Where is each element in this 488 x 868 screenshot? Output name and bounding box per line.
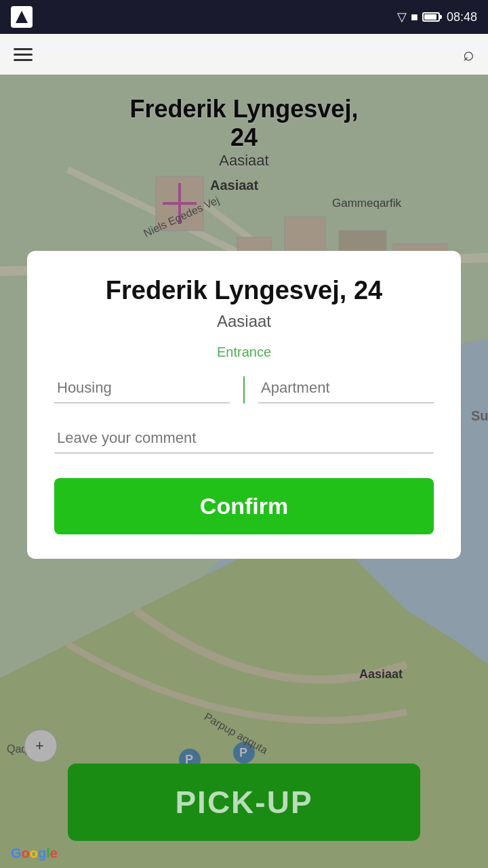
status-icons: ▽ ■ (397, 9, 440, 24)
app-logo (11, 6, 33, 28)
google-logo: G o o g l e (11, 846, 58, 861)
svg-marker-0 (16, 11, 28, 23)
signal-icon: ■ (411, 10, 418, 24)
status-bar: ▽ ■ 08:48 (0, 0, 488, 34)
dialog-section-label: Entrance (54, 344, 434, 360)
google-g: G (11, 846, 22, 861)
search-button[interactable]: ⌕ (463, 43, 474, 65)
status-bar-right: ▽ ■ 08:48 (397, 9, 477, 24)
apartment-field-group (258, 374, 434, 403)
dialog-subtitle: Aasiaat (54, 312, 434, 331)
apartment-input[interactable] (258, 374, 434, 403)
battery-icon (422, 12, 440, 22)
field-separator (243, 376, 245, 403)
menu-button[interactable] (14, 48, 33, 61)
location-dialog: Frederik Lyngesvej, 24 Aasiaat Entrance … (27, 251, 461, 559)
dialog-title: Frederik Lyngesvej, 24 (54, 275, 434, 307)
time-display: 08:48 (447, 10, 477, 24)
pickup-button[interactable]: PICK-UP (68, 764, 420, 841)
housing-field-group (54, 374, 230, 403)
confirm-button[interactable]: Confirm (54, 478, 434, 534)
wifi-icon: ▽ (397, 9, 407, 24)
fields-row (54, 374, 434, 403)
housing-input[interactable] (54, 374, 230, 403)
status-bar-left (11, 6, 33, 28)
app-bar: ⌕ (0, 34, 488, 75)
comment-input[interactable] (54, 424, 434, 454)
